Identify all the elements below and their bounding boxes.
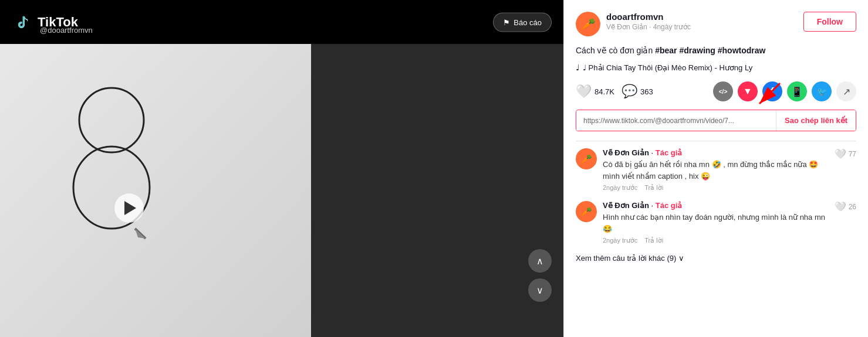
reply-button[interactable]: Trả lời — [644, 237, 663, 244]
author-avatar: 🥕 — [576, 12, 600, 36]
comment-username: Vẽ Đơn Giản — [603, 148, 649, 157]
whatsapp-share-button[interactable]: 📱 — [787, 81, 807, 101]
twitter-share-button[interactable]: 🐦 — [812, 81, 832, 101]
actions-row: 🤍 84.7K 💬 363 </> ▼ f 📱 🐦 ↗ — [576, 81, 856, 101]
comment-heart-icon: 🤍 — [835, 201, 846, 212]
comment-author-tag: Tác giả — [656, 201, 683, 210]
comment-meta: 2ngày trước Trả lời — [603, 237, 829, 244]
nav-up-button[interactable]: ∧ — [528, 249, 552, 273]
follow-button[interactable]: Follow — [803, 12, 856, 32]
author-name: dooartfromvn — [606, 12, 803, 22]
more-share-icon: ↗ — [843, 86, 850, 97]
video-background — [0, 44, 311, 337]
comments-section: 🥕 Vẽ Đơn Giản · Tác giả Cò đã bị gấu ăn … — [576, 148, 856, 263]
reply-button[interactable]: Trả lời — [644, 184, 663, 192]
comment-item: 🥕 Vẽ Đơn Giản · Tác giả Cò đã bị gấu ăn … — [576, 148, 856, 192]
comment-like[interactable]: 🤍 26 — [835, 201, 856, 212]
tiktok-logo-icon — [12, 12, 33, 33]
like-action[interactable]: 🤍 84.7K — [576, 84, 614, 99]
flag-icon: ⚑ — [503, 18, 510, 26]
comment-count: 363 — [640, 87, 653, 96]
report-button[interactable]: ⚑ Báo cáo — [493, 12, 552, 32]
video-description: Cách vẽ cò đơn giản #bear #drawing #howt… — [576, 45, 856, 57]
see-more-replies[interactable]: Xem thêm câu trả lời khác (9) ∨ — [576, 254, 856, 263]
comment-username: Vẽ Đơn Giản — [603, 201, 649, 210]
comment-heart-icon: 🤍 — [835, 148, 846, 159]
embed-share-button[interactable]: </> — [713, 81, 733, 101]
play-button[interactable] — [114, 193, 144, 223]
music-note-icon: ♩ — [576, 63, 580, 72]
divider — [576, 141, 856, 141]
comment-like-count: 77 — [849, 150, 856, 158]
comment-body: Vẽ Đơn Giản · Tác giả Hình như các bạn n… — [603, 201, 829, 244]
play-triangle-icon — [124, 201, 136, 215]
comment-author-line: Vẽ Đơn Giản · Tác giả — [603, 148, 829, 157]
comment-text: Cò đã bị gấu ăn hết rồi nha mn 🤣 , mn đừ… — [603, 159, 829, 182]
video-panel: TikTok @dooartfromvn ⚑ Báo cáo — [0, 0, 563, 337]
like-count: 84.7K — [595, 87, 614, 96]
author-info: dooartfromvn Vẽ Đơn Giản · 4ngày trước — [606, 12, 803, 31]
chevron-down-icon: ∨ — [536, 285, 543, 296]
heart-icon: 🤍 — [576, 84, 592, 99]
author-section: 🥕 dooartfromvn Vẽ Đơn Giản · 4ngày trước… — [576, 12, 856, 36]
comment-body: Vẽ Đơn Giản · Tác giả Cò đã bị gấu ăn hế… — [603, 148, 829, 192]
nav-down-button[interactable]: ∨ — [528, 278, 552, 302]
comment-item: 🥕 Vẽ Đơn Giản · Tác giả Hình như các bạn… — [576, 201, 856, 244]
copy-link-button[interactable]: Sao chép liên kết — [776, 110, 856, 131]
comment-action[interactable]: 💬 363 — [622, 84, 653, 99]
chevron-up-icon: ∧ — [536, 256, 543, 267]
more-share-button[interactable]: ↗ — [836, 81, 856, 101]
dark-overlay — [311, 44, 563, 337]
comment-like-count: 26 — [849, 203, 856, 211]
music-info: ♩ ♩ Phải Chia Tay Thôi (Đại Mèo Remix) -… — [576, 63, 856, 72]
comment-author-line: Vẽ Đơn Giản · Tác giả — [603, 201, 829, 210]
tiktok-header: TikTok @dooartfromvn ⚑ Báo cáo — [0, 0, 563, 44]
comment-like[interactable]: 🤍 77 — [835, 148, 856, 159]
svg-point-1 — [79, 88, 144, 152]
video-content — [0, 44, 311, 337]
right-panel: 🥕 dooartfromvn Vẽ Đơn Giản · 4ngày trước… — [563, 0, 868, 337]
embed-icon: </> — [719, 88, 727, 95]
red-arrow-icon — [751, 80, 786, 110]
comment-icon: 💬 — [622, 84, 637, 99]
hashtags: #bear #drawing #howtodraw — [655, 46, 765, 55]
twitter-icon: 🐦 — [817, 87, 827, 96]
comment-author-tag: Tác giả — [656, 148, 683, 157]
comment-avatar: 🥕 — [576, 201, 597, 222]
music-title: ♩ Phải Chia Tay Thôi (Đại Mèo Remix) - H… — [583, 63, 752, 72]
svg-point-0 — [12, 12, 33, 33]
link-copy-box: https://www.tiktok.com/@dooartfromvn/vid… — [576, 110, 856, 131]
whatsapp-icon: 📱 — [791, 86, 803, 97]
app-username: @dooartfromvn — [40, 26, 93, 35]
author-meta: Vẽ Đơn Giản · 4ngày trước — [606, 23, 803, 31]
link-url-text: https://www.tiktok.com/@dooartfromvn/vid… — [576, 111, 776, 131]
comment-meta: 2ngày trước Trả lời — [603, 184, 829, 192]
figure-drawing — [59, 79, 164, 243]
comment-avatar: 🥕 — [576, 148, 597, 169]
comment-text: Hình như các bạn nhìn tay đoán người, nh… — [603, 212, 829, 234]
